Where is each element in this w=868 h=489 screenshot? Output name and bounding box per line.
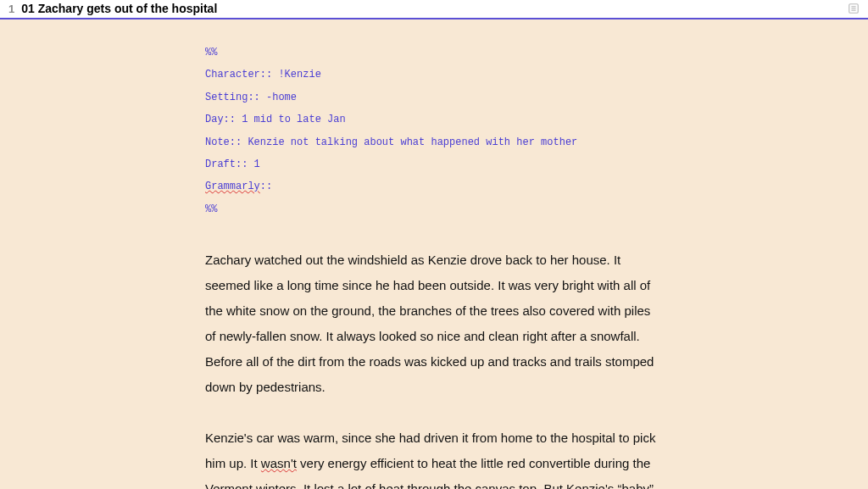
text-run-flagged: Kenzie's [566, 481, 614, 489]
fm-label: Note:: [205, 136, 242, 148]
prose-body: Zachary watched out the windshield as Ke… [205, 247, 663, 489]
fm-label: Draft:: [205, 158, 248, 170]
fm-label: Setting:: [205, 92, 260, 103]
fm-value: 1 mid to late Jan [236, 114, 346, 125]
frontmatter-delimiter: %% [205, 47, 663, 58]
document-title: 01 Zachary gets out of the hospital [21, 2, 848, 15]
fm-label-misspelled: Grammarly [205, 181, 260, 192]
frontmatter-delimiter: %% [205, 203, 663, 215]
frontmatter-line: Character:: !Kenzie [205, 69, 663, 81]
document-header: 1 01 Zachary gets out of the hospital [0, 0, 868, 19]
frontmatter-block: %% Character:: !Kenzie Setting:: -home D… [205, 47, 663, 215]
outline-icon[interactable] [848, 3, 860, 14]
fm-value: 1 [248, 158, 259, 170]
paragraph: Zachary watched out the windshield as Ke… [205, 247, 663, 400]
frontmatter-line: Setting:: -home [205, 92, 663, 103]
fm-value: Kenzie not talking about what happened w… [242, 136, 577, 148]
fm-label: Day:: [205, 114, 236, 125]
frontmatter-line: Grammarly:: [205, 181, 663, 192]
fm-value: -home [260, 92, 297, 103]
content-column: %% Character:: !Kenzie Setting:: -home D… [205, 47, 663, 489]
text-run: “baby” [614, 481, 654, 489]
frontmatter-line: Draft:: 1 [205, 158, 663, 170]
frontmatter-line: Day:: 1 mid to late Jan [205, 114, 663, 125]
header-index: 1 [8, 3, 14, 15]
paragraph: Kenzie's car was warm, since she had dri… [205, 425, 663, 489]
fm-label: Character:: [205, 69, 272, 81]
fm-value: !Kenzie [272, 69, 321, 81]
text-run-flagged: wasn't [261, 456, 297, 470]
frontmatter-line: Note:: Kenzie not talking about what hap… [205, 136, 663, 148]
editor-content[interactable]: %% Character:: !Kenzie Setting:: -home D… [0, 19, 868, 489]
fm-suffix: :: [260, 181, 272, 192]
